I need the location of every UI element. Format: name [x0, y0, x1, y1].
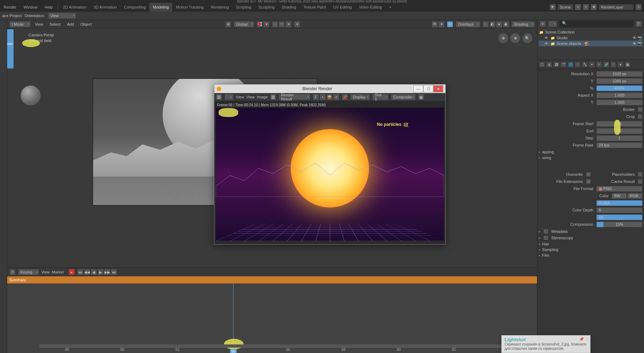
- timeline-scrollbar[interactable]: [39, 344, 526, 347]
- keying-dropdown[interactable]: Keying: [18, 269, 39, 275]
- placeholders-checkbox[interactable]: [638, 172, 643, 177]
- tab-rendering[interactable]: Rendering: [207, 3, 232, 11]
- rw-fake-user-button[interactable]: F: [313, 94, 319, 100]
- prop-tab-physics[interactable]: ⚛: [596, 61, 602, 68]
- shading-modes-group[interactable]: ○◐●◉: [482, 21, 509, 27]
- depth-16-button[interactable]: 16: [596, 214, 643, 220]
- minimize-button[interactable]: —: [413, 85, 423, 92]
- snap-group[interactable]: 🧲▾: [256, 21, 270, 27]
- prop-tab-mesh[interactable]: ▽: [610, 61, 617, 68]
- tl-marker-menu[interactable]: Marker: [52, 270, 64, 274]
- scene-browse-icon[interactable]: ❖: [550, 4, 556, 10]
- outliner-studio[interactable]: 👁📁Studio👁 📷: [539, 35, 643, 41]
- panel-hair[interactable]: Hair: [539, 241, 643, 247]
- render-window[interactable]: 🟠 Blender Render — ☐ ✕ 🖼 View View Image…: [214, 84, 446, 245]
- left-btn-border[interactable]: rder: [7, 42, 13, 46]
- timeline-body[interactable]: Summary 56 48 50 52 54 56 58 60 62 64: [7, 276, 537, 353]
- prop-tab-object[interactable]: □: [574, 61, 581, 68]
- frame-step-input[interactable]: 1: [596, 135, 643, 141]
- mode-dropdown[interactable]: t Mode: [9, 21, 31, 27]
- visibility-group[interactable]: 👁▾: [431, 21, 445, 27]
- resolution-y-input[interactable]: 1080 px: [596, 78, 643, 84]
- rw-browse-icon[interactable]: 🖼: [270, 94, 276, 100]
- outliner-editor-icon[interactable]: ≡: [540, 21, 546, 27]
- prev-keyframe-button[interactable]: ◀◀: [84, 269, 90, 275]
- render-result-dropdown[interactable]: Render Result: [278, 94, 311, 100]
- zoom-gizmo[interactable]: 🔍: [522, 33, 533, 44]
- view-dropdown[interactable]: View: [48, 12, 76, 19]
- rw-new-button[interactable]: +: [320, 94, 326, 100]
- tab-video-editing[interactable]: Video Editing: [356, 3, 386, 11]
- outliner[interactable]: 📁Scene Collection 👁📁Studio👁 📷 👁📁Scene ob…: [537, 28, 644, 60]
- menu-render[interactable]: Render: [0, 3, 20, 11]
- panel-film[interactable]: Film: [539, 252, 643, 258]
- prop-tab-world[interactable]: 🌐: [567, 61, 574, 68]
- summary-row[interactable]: Summary: [7, 276, 537, 283]
- prop-tab-render[interactable]: 🖵: [539, 61, 545, 68]
- viewlayer-new-icon[interactable]: +: [635, 4, 642, 10]
- tab-compositing[interactable]: Compositing: [121, 3, 149, 11]
- prop-tab-texture[interactable]: ▦: [624, 61, 631, 68]
- lightshot-notification[interactable]: 📌✕ Lightshot Скриншот сохранён в Screens…: [501, 335, 591, 353]
- panel-remapping[interactable]: apping: [539, 149, 643, 155]
- rw-unlink-button[interactable]: ×: [333, 94, 339, 100]
- left-panel-tab2[interactable]: [7, 50, 14, 58]
- play-button[interactable]: ▶: [97, 269, 104, 275]
- record-button[interactable]: ●: [68, 269, 75, 275]
- prop-tab-material[interactable]: ●: [617, 61, 624, 68]
- rw-slot-dropdown[interactable]: Slot 1: [372, 94, 389, 100]
- prop-tab-scene[interactable]: 🎬: [560, 61, 567, 68]
- tab-2d-animation[interactable]: 2D Animation: [60, 3, 90, 11]
- cache-result-checkbox[interactable]: [638, 179, 643, 184]
- jump-end-button[interactable]: ⏭: [111, 269, 117, 275]
- outliner-filter-icon[interactable]: ▽: [635, 21, 642, 27]
- image-editor-icon[interactable]: 🖼: [216, 94, 222, 100]
- panel-stereoscopy[interactable]: Stereoscopy: [539, 235, 643, 241]
- outliner-scene-collection[interactable]: 📁Scene Collection: [539, 29, 643, 35]
- lightshot-pin-icon[interactable]: 📌: [579, 337, 584, 342]
- rw-image-menu[interactable]: Image: [257, 95, 268, 99]
- close-button[interactable]: ✕: [433, 85, 443, 92]
- jump-start-button[interactable]: ⏮: [77, 269, 83, 275]
- render-image[interactable]: No particles :(((: [216, 108, 444, 241]
- panel-metadata[interactable]: Metadata: [539, 228, 643, 235]
- rw-mode-dropdown[interactable]: [224, 94, 234, 100]
- menu-help[interactable]: Help: [41, 3, 56, 11]
- overlays-toggle-icon[interactable]: ⊞: [447, 21, 453, 27]
- file-extensions-checkbox[interactable]: [586, 179, 591, 184]
- timeline-editor-icon[interactable]: ⏱: [9, 269, 16, 275]
- global-dropdown[interactable]: Global: [234, 21, 254, 27]
- orbit-gizmo[interactable]: ✥: [498, 33, 508, 44]
- compression-slider[interactable]: 15%: [596, 221, 643, 227]
- rw-pin-icon[interactable]: 📌: [342, 94, 348, 100]
- resolution-x-input[interactable]: 1920 px: [596, 71, 643, 77]
- prop-tab-modifier[interactable]: 🔧: [582, 61, 588, 68]
- outliner-mode-dropdown[interactable]: [548, 21, 557, 27]
- left-panel-tab[interactable]: [7, 29, 14, 68]
- percentage-slider[interactable]: 400%: [596, 85, 643, 91]
- tab-scripting[interactable]: Scripting: [232, 3, 255, 11]
- prop-tab-output[interactable]: 🖨: [546, 61, 552, 68]
- rw-view-menu[interactable]: View: [236, 95, 244, 99]
- vp-select-menu[interactable]: Select: [47, 22, 63, 26]
- tab-shading[interactable]: Shading: [278, 3, 300, 11]
- tab-add[interactable]: +: [385, 3, 395, 11]
- lightshot-close-icon[interactable]: ✕: [586, 337, 589, 342]
- options-icon[interactable]: ▾: [294, 21, 300, 27]
- tab-modeling[interactable]: Modeling: [149, 3, 173, 11]
- viewlayer-selector[interactable]: RenderLayer: [598, 4, 634, 10]
- rw-channels-icon[interactable]: ▦: [418, 94, 424, 100]
- border-checkbox[interactable]: [638, 107, 643, 112]
- panel-processing[interactable]: ssing: [539, 155, 643, 160]
- aspect-y-input[interactable]: 1.000: [596, 99, 643, 106]
- vp-view-menu[interactable]: View: [33, 22, 46, 26]
- prop-tab-constraint[interactable]: 🔗: [603, 61, 609, 68]
- rw-display-dropdown[interactable]: Display: [350, 94, 370, 100]
- play-reverse-button[interactable]: ◀: [91, 269, 97, 275]
- maximize-button[interactable]: ☐: [423, 85, 433, 92]
- aspect-x-input[interactable]: 1.000: [596, 92, 643, 98]
- orientation-icon[interactable]: ⊕: [225, 21, 231, 27]
- panel-sampling[interactable]: Sampling: [539, 247, 643, 252]
- color-rgb-button[interactable]: RGB: [627, 193, 643, 199]
- vp-object-menu[interactable]: Object: [78, 22, 94, 26]
